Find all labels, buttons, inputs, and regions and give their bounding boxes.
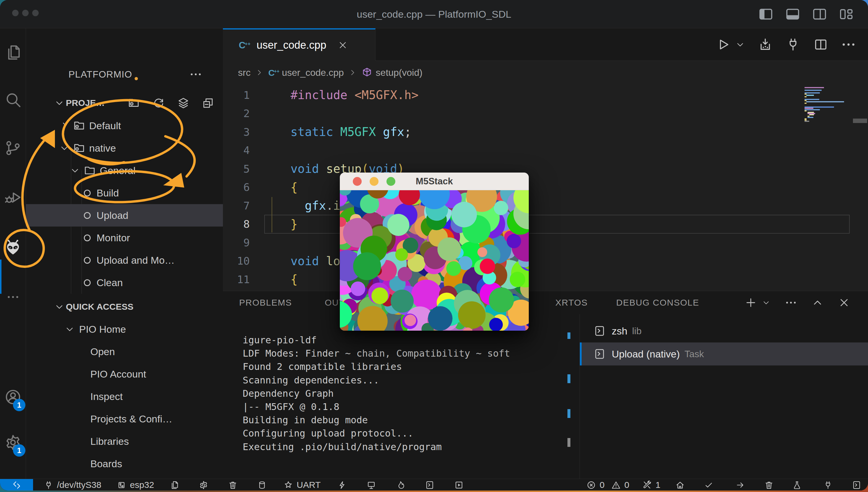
install-libraries-icon[interactable] xyxy=(757,37,773,52)
breadcrumb-folder[interactable]: src xyxy=(238,67,251,78)
plug-icon xyxy=(44,480,53,490)
tree-item-monitor[interactable]: Monitor xyxy=(26,226,223,249)
flame-icon[interactable] xyxy=(396,480,405,490)
monitor-icon[interactable] xyxy=(367,480,376,490)
project-env-folders-icon[interactable] xyxy=(169,480,179,490)
tab-user-code-cpp[interactable]: user_code.cpp xyxy=(223,28,376,61)
close-tab-icon[interactable] xyxy=(337,40,348,50)
tab-xrtos[interactable]: XRTOS xyxy=(555,291,588,314)
new-terminal-icon[interactable] xyxy=(852,480,862,490)
remote-indicator[interactable] xyxy=(0,479,33,491)
sidebar-item-search[interactable] xyxy=(0,82,26,117)
terminal-item-upload-native[interactable]: Upload (native) Task xyxy=(580,342,868,366)
quick-access-item-libraries[interactable]: Libraries xyxy=(26,430,223,452)
m5stack-titlebar[interactable]: M5Stack xyxy=(340,173,529,190)
sidebar-item-platformio[interactable] xyxy=(0,230,26,266)
m5stack-window[interactable]: M5Stack xyxy=(340,173,529,331)
tree-item-upload-and-monitor[interactable]: Upload and Mo… xyxy=(26,249,223,271)
split-editor-icon[interactable] xyxy=(811,6,828,22)
minimap[interactable] xyxy=(804,87,853,125)
tree-item-native[interactable]: native xyxy=(26,137,223,159)
code-editor[interactable]: 1#include <M5GFX.h> 2 3static M5GFX gfx;… xyxy=(223,86,850,289)
vscode-window: user_code.cpp — PlatformIO_SDL 1 1 PLATF… xyxy=(0,0,868,491)
task-circle-icon xyxy=(84,235,91,241)
quick-access-item-inspect[interactable]: Inspect xyxy=(26,385,223,408)
more-actions-icon[interactable] xyxy=(841,37,856,52)
multi-env-layers-icon[interactable] xyxy=(177,96,190,109)
build-gear-icon[interactable] xyxy=(199,480,208,490)
toggle-panel-icon[interactable] xyxy=(784,6,801,22)
problems-item[interactable]: 0 0 xyxy=(586,480,629,490)
env-folder-icon xyxy=(73,142,86,154)
quick-access-item-boards[interactable]: Boards xyxy=(26,452,223,475)
upload-bolt-icon[interactable] xyxy=(337,480,347,490)
tree-item-general[interactable]: General xyxy=(26,159,223,182)
test-cylinder-icon[interactable] xyxy=(257,480,267,490)
breadcrumb-symbol[interactable]: setup(void) xyxy=(376,67,422,78)
editor-tab-bar: user_code.cpp xyxy=(223,28,868,61)
clean-trash-icon[interactable] xyxy=(764,480,774,490)
terminal-icon[interactable] xyxy=(425,480,435,490)
tree-item-clean[interactable]: Clean xyxy=(26,271,223,294)
test-flask-icon[interactable] xyxy=(792,480,802,490)
accounts-button[interactable]: 1 xyxy=(0,379,26,415)
sidebar-item-more-views[interactable] xyxy=(0,279,26,315)
tab-debug-console[interactable]: DEBUG CONSOLE xyxy=(616,291,699,314)
error-icon xyxy=(586,480,596,490)
tree-item-upload[interactable]: Upload xyxy=(26,204,223,226)
board-chip-icon xyxy=(117,480,126,490)
quick-access-item-platforms[interactable]: Platforms xyxy=(26,475,223,479)
quick-access-header[interactable]: QUICK ACCESS xyxy=(26,296,223,318)
plug-icon[interactable] xyxy=(785,37,801,52)
status-bar: /dev/ttyS38 esp32 UART 0 xyxy=(0,479,868,491)
terminal-dropdown-chevron-icon[interactable] xyxy=(762,298,771,307)
serial-monitor-item[interactable]: UART xyxy=(283,480,321,490)
quick-access-item-pio-account[interactable]: PIO Account xyxy=(26,363,223,385)
sidebar-item-explorer[interactable] xyxy=(0,35,26,70)
m5stack-display-random-circles xyxy=(340,190,529,331)
collapse-all-icon[interactable] xyxy=(202,96,215,109)
editor-group: user_code.cpp src user_code.cpp setup xyxy=(223,28,868,291)
serial-plug-icon[interactable] xyxy=(823,480,833,490)
clean-trash-icon[interactable] xyxy=(228,480,238,490)
editor-scrollbar[interactable] xyxy=(853,119,867,123)
quick-access-item-projects[interactable]: Projects & Confi… xyxy=(26,408,223,430)
sidebar-modified-dot xyxy=(135,77,138,80)
serial-port-item[interactable]: /dev/ttyS38 xyxy=(44,480,101,490)
upload-arrow-icon[interactable] xyxy=(735,480,745,490)
customize-layout-icon[interactable] xyxy=(838,6,855,22)
toggle-sidebar-icon[interactable] xyxy=(757,6,774,22)
run-button-icon[interactable] xyxy=(715,37,731,52)
run-export-icon[interactable] xyxy=(454,480,464,490)
terminal-output[interactable]: igure-pio-ldf LDF Modes: Finder ~ chain,… xyxy=(243,334,510,454)
open-project-icon[interactable] xyxy=(127,96,140,109)
pio-home-icon[interactable] xyxy=(675,480,685,490)
project-tasks-section-header[interactable]: PROJE… xyxy=(26,94,223,112)
maximize-panel-icon[interactable] xyxy=(811,296,824,309)
tab-problems[interactable]: PROBLEMS xyxy=(239,291,292,314)
terminal-icon xyxy=(593,347,606,361)
run-dropdown-chevron-icon[interactable] xyxy=(735,40,745,50)
board-item[interactable]: esp32 xyxy=(117,480,154,490)
window-title: user_code.cpp — PlatformIO_SDL xyxy=(0,0,868,28)
new-terminal-icon[interactable] xyxy=(745,296,757,309)
quick-access-item-pio-home[interactable]: PIO Home xyxy=(26,318,223,340)
tasks-running-item[interactable]: 1 xyxy=(642,480,660,490)
sidebar-more-actions-icon[interactable] xyxy=(189,68,202,81)
panel-more-actions-icon[interactable] xyxy=(785,296,797,309)
split-editor-icon[interactable] xyxy=(813,37,828,52)
close-panel-icon[interactable] xyxy=(838,296,850,309)
build-check-icon[interactable] xyxy=(704,480,713,490)
tree-item-default[interactable]: Default xyxy=(26,115,223,137)
terminal-item-zsh[interactable]: zsh lib xyxy=(580,319,868,342)
settings-button[interactable]: 1 xyxy=(0,425,26,460)
sidebar-item-source-control[interactable] xyxy=(0,130,26,166)
task-circle-icon xyxy=(84,257,91,264)
breadcrumb-file[interactable]: user_code.cpp xyxy=(282,67,344,78)
quick-access-item-open[interactable]: Open xyxy=(26,340,223,363)
sidebar-item-run-debug[interactable] xyxy=(0,180,26,215)
terminal-decoration xyxy=(567,374,570,383)
tree-item-build[interactable]: Build xyxy=(26,182,223,204)
refresh-icon[interactable] xyxy=(152,96,165,109)
task-circle-icon xyxy=(84,279,91,286)
